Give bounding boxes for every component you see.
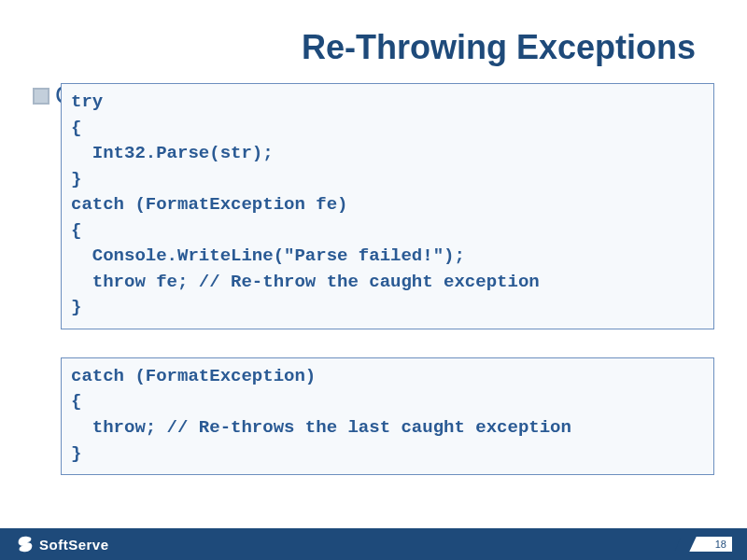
page-number: 18	[685, 537, 732, 552]
code-block-2: catch (FormatException) { throw; // Re-t…	[61, 357, 714, 475]
brand-name: SoftServe	[39, 537, 109, 553]
slide-title: Re-Throwing Exceptions	[0, 0, 747, 78]
footer-bar: SoftServe 18	[0, 528, 747, 560]
brand: SoftServe	[15, 534, 109, 554]
square-bullet-icon	[33, 88, 49, 105]
slide-body: Caught exceptions can be re-thrown again…	[0, 78, 747, 475]
code-block-1: try { Int32.Parse(str); } catch (FormatE…	[61, 83, 714, 329]
brand-logo-icon	[15, 534, 35, 554]
